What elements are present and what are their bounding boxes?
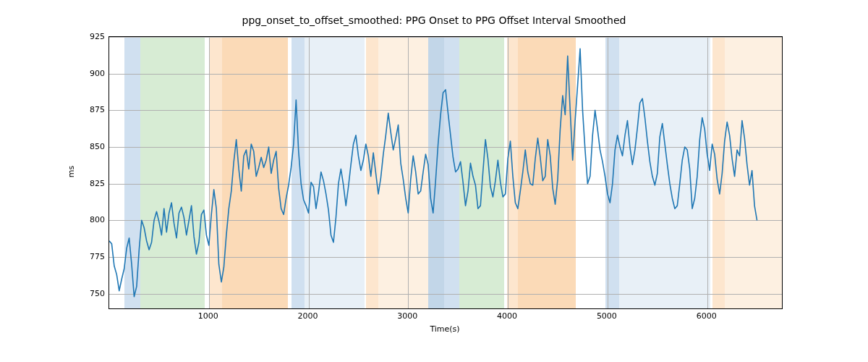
x-tick-label: 1000 [198, 311, 218, 321]
x-tick-label: 3000 [397, 311, 417, 321]
y-tick-label: 825 [76, 178, 105, 188]
y-tick-label: 850 [76, 142, 105, 151]
plot-area [109, 36, 783, 309]
data-polyline [109, 49, 757, 297]
chart-figure: ppg_onset_to_offset_smoothed: PPG Onset … [0, 0, 868, 362]
y-tick-label: 775 [76, 252, 105, 261]
x-tick-label: 2000 [298, 311, 318, 321]
x-tick-label: 5000 [597, 311, 617, 321]
x-axis-label: Time(s) [109, 324, 781, 334]
x-tick-label: 6000 [697, 311, 717, 321]
y-axis-label: ms [67, 166, 76, 177]
chart-title: ppg_onset_to_offset_smoothed: PPG Onset … [0, 14, 868, 26]
y-tick-label: 900 [76, 68, 105, 77]
x-tick-label: 4000 [497, 311, 517, 321]
y-tick-label: 875 [76, 105, 105, 114]
data-line [109, 37, 782, 308]
y-tick-label: 925 [76, 32, 105, 41]
y-tick-label: 750 [76, 288, 105, 298]
y-tick-label: 800 [76, 215, 105, 224]
